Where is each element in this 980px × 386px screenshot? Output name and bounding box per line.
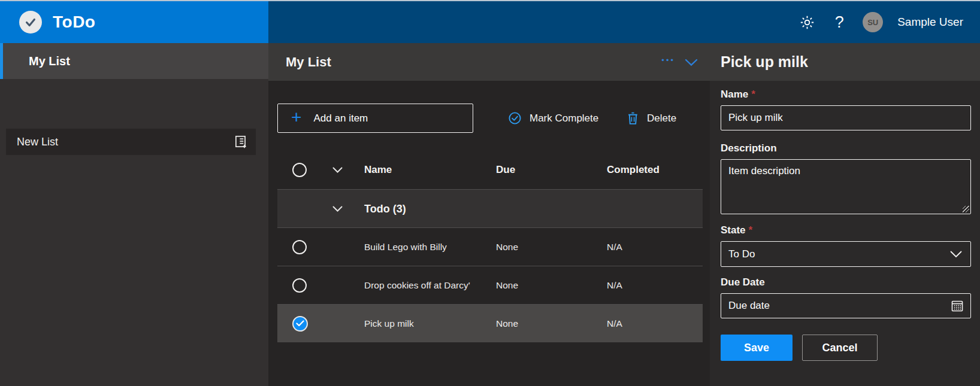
table-row[interactable]: Build Lego with Billy None N/A	[277, 227, 703, 266]
help-glyph: ?	[835, 13, 844, 32]
list-panel-header: My List •••	[268, 43, 710, 81]
cancel-button[interactable]: Cancel	[802, 335, 878, 361]
plus-icon: +	[291, 108, 302, 126]
delete-label: Delete	[647, 113, 676, 124]
description-field[interactable]: Item description	[721, 159, 971, 214]
list-header-icons: •••	[661, 56, 698, 68]
list-panel-title: My List	[286, 54, 331, 70]
row-select-radio[interactable]	[292, 240, 307, 254]
item-completed: N/A	[607, 318, 622, 329]
due-date-field-label: Due Date	[721, 276, 971, 288]
settings-gear-icon[interactable]	[798, 13, 816, 31]
app-logo-check-icon	[19, 11, 42, 34]
description-value: Item description	[728, 165, 800, 177]
add-list-icon[interactable]	[233, 134, 249, 150]
table-row[interactable]: Drop cookies off at Darcy' None N/A	[277, 266, 703, 304]
group-chevron-icon[interactable]	[332, 205, 343, 212]
row-select-radio[interactable]	[292, 278, 307, 293]
item-completed: N/A	[607, 280, 622, 291]
dropdown-chevron-icon	[950, 251, 962, 258]
new-list-button[interactable]: New List	[6, 129, 256, 155]
item-due: None	[496, 242, 518, 253]
detail-header: Pick up milk	[710, 43, 980, 81]
item-name: Build Lego with Billy	[364, 242, 447, 253]
detail-form: Name* Description Item description State…	[710, 81, 980, 361]
save-button[interactable]: Save	[721, 335, 793, 361]
state-dropdown-value: To Do	[728, 248, 755, 260]
column-header-completed[interactable]: Completed	[607, 164, 660, 176]
required-asterisk: *	[751, 89, 755, 100]
circle-check-icon	[508, 111, 522, 125]
items-table: Name Due Completed Todo (3) Build Lego w…	[277, 151, 703, 342]
add-item-label: Add an item	[314, 113, 368, 124]
row-selected-radio-checked-icon[interactable]	[292, 316, 308, 332]
topbar-actions: ? SU Sample User	[798, 1, 980, 43]
overflow-menu-icon[interactable]: •••	[661, 56, 675, 68]
required-asterisk: *	[749, 224, 753, 236]
due-date-field[interactable]	[721, 293, 971, 318]
form-buttons: Save Cancel	[721, 335, 971, 361]
user-name: Sample User	[897, 16, 963, 29]
select-all-radio[interactable]	[292, 163, 307, 177]
top-bar: ToDo ? SU Sample User	[0, 0, 980, 43]
avatar-initials: SU	[867, 18, 878, 27]
resize-grip[interactable]	[963, 206, 969, 212]
sidebar-item-my-list[interactable]: My List	[0, 43, 268, 79]
item-name: Pick up milk	[364, 318, 414, 329]
detail-title: Pick up milk	[721, 53, 808, 71]
table-header-row: Name Due Completed	[277, 151, 703, 189]
column-header-due[interactable]: Due	[496, 164, 515, 176]
sidebar-item-label: My List	[29, 54, 70, 68]
new-list-label: New List	[17, 136, 58, 148]
app-title: ToDo	[53, 13, 95, 32]
calendar-icon[interactable]	[950, 299, 964, 313]
group-label: Todo (3)	[364, 202, 406, 215]
collapse-chevron-icon[interactable]	[685, 58, 698, 66]
due-date-field-wrap	[721, 293, 971, 318]
state-label-text: State	[721, 224, 746, 236]
todo-app: ToDo ? SU Sample User My List New List	[0, 0, 980, 386]
add-item-button[interactable]: + Add an item	[277, 104, 473, 133]
name-field[interactable]	[721, 105, 971, 130]
name-label-text: Name	[721, 89, 748, 100]
state-dropdown[interactable]: To Do	[721, 241, 971, 267]
item-detail-panel: Pick up milk Name* Description Item desc…	[710, 43, 980, 386]
help-icon[interactable]: ?	[830, 13, 848, 31]
user-avatar[interactable]: SU	[863, 12, 883, 32]
expand-all-chevron-icon[interactable]	[332, 167, 343, 174]
item-due: None	[496, 280, 518, 291]
name-field-label: Name*	[721, 89, 971, 101]
description-field-label: Description	[721, 142, 971, 154]
mark-complete-button[interactable]: Mark Complete	[508, 104, 598, 133]
item-completed: N/A	[607, 242, 622, 253]
state-field-label: State*	[721, 224, 971, 236]
column-header-name[interactable]: Name	[364, 164, 392, 176]
delete-button[interactable]: Delete	[627, 104, 676, 133]
trash-icon	[627, 111, 639, 125]
item-name: Drop cookies off at Darcy'	[364, 280, 470, 291]
table-row-selected[interactable]: Pick up milk None N/A	[277, 304, 703, 342]
app-branding: ToDo	[0, 1, 268, 43]
item-due: None	[496, 318, 518, 329]
lists-sidebar: My List New List	[0, 43, 268, 386]
group-row-todo[interactable]: Todo (3)	[277, 189, 703, 227]
list-panel: My List ••• + Add an item Mark Complete	[268, 43, 710, 386]
mark-complete-label: Mark Complete	[530, 113, 598, 124]
list-toolbar: + Add an item Mark Complete D	[268, 104, 710, 133]
